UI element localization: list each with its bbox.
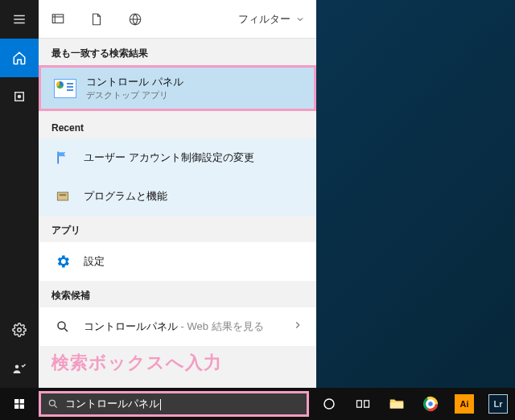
taskbar-search-box[interactable]: コントロールパネル — [39, 391, 309, 417]
taskbar: コントロールパネル Ai Lr — [0, 388, 515, 420]
suggestions-header: 検索候補 — [39, 281, 316, 307]
recent-item-label: プログラムと機能 — [84, 190, 303, 204]
app-item-label: 設定 — [84, 255, 303, 269]
svg-line-15 — [64, 328, 68, 331]
search-icon — [47, 398, 59, 410]
svg-rect-17 — [20, 399, 24, 403]
feedback-rail-item[interactable] — [0, 349, 39, 388]
app-item-settings[interactable]: 設定 — [39, 242, 316, 281]
search-input-value: コントロールパネル — [65, 397, 300, 411]
svg-rect-25 — [390, 402, 404, 408]
recent-item-programs[interactable]: プログラムと機能 — [39, 177, 316, 216]
suggestion-item[interactable]: コントロールパネル - Web 結果を見る — [39, 307, 316, 346]
taskbar-chrome[interactable] — [414, 388, 447, 420]
svg-line-21 — [55, 406, 57, 408]
svg-rect-19 — [20, 405, 24, 409]
svg-rect-13 — [60, 195, 66, 196]
taskbar-file-explorer[interactable] — [380, 388, 414, 420]
best-match-result[interactable]: コントロール パネル デスクトップ アプリ — [39, 65, 316, 111]
svg-rect-12 — [57, 192, 68, 200]
svg-rect-23 — [357, 401, 362, 407]
web-filter-icon[interactable] — [116, 0, 154, 39]
best-match-header: 最も一致する検索結果 — [39, 39, 316, 65]
panel-filter-bar: フィルター — [39, 0, 316, 39]
svg-point-4 — [19, 96, 21, 98]
svg-point-6 — [15, 365, 19, 369]
control-panel-icon — [54, 77, 76, 100]
filter-dropdown[interactable]: フィルター — [238, 12, 316, 27]
chevron-right-icon — [292, 319, 303, 334]
settings-rail-item[interactable] — [0, 311, 39, 349]
best-match-subtitle: デスクトップ アプリ — [86, 89, 301, 101]
chevron-down-icon — [295, 14, 305, 24]
svg-rect-16 — [14, 399, 19, 403]
search-panel: フィルター 最も一致する検索結果 コントロール パネル デスクトップ アプリ R… — [39, 0, 316, 388]
recent-header: Recent — [39, 114, 316, 138]
home-rail-item[interactable] — [0, 39, 39, 77]
taskbar-task-view[interactable] — [346, 388, 380, 420]
documents-filter-icon[interactable] — [77, 0, 116, 39]
hamburger-menu[interactable] — [0, 0, 39, 39]
programs-icon — [52, 185, 74, 208]
svg-point-14 — [58, 322, 65, 329]
svg-point-22 — [324, 399, 334, 409]
apps-rail-item[interactable] — [0, 77, 39, 116]
svg-point-20 — [49, 400, 55, 406]
svg-rect-7 — [52, 14, 64, 23]
apps-filter-icon[interactable] — [39, 0, 77, 39]
suggestion-label: コントロールパネル - Web 結果を見る — [84, 320, 282, 334]
start-button[interactable] — [0, 388, 39, 420]
taskbar-illustrator[interactable]: Ai — [447, 388, 481, 420]
taskbar-cortana[interactable] — [312, 388, 346, 420]
settings-icon — [52, 250, 74, 273]
taskbar-lightroom[interactable]: Lr — [481, 388, 515, 420]
recent-item-label: ユーザー アカウント制御設定の変更 — [84, 151, 303, 165]
flag-icon — [52, 146, 74, 169]
apps-header: アプリ — [39, 216, 316, 242]
recent-item-uac[interactable]: ユーザー アカウント制御設定の変更 — [39, 138, 316, 177]
filter-label: フィルター — [238, 12, 290, 27]
svg-rect-18 — [14, 405, 19, 409]
start-rail — [0, 0, 39, 388]
best-match-title: コントロール パネル — [86, 76, 301, 89]
search-icon — [52, 315, 74, 338]
svg-point-5 — [18, 328, 22, 332]
svg-rect-24 — [365, 401, 369, 407]
annotation-text: 検索ボックスへ入力 — [52, 351, 222, 375]
